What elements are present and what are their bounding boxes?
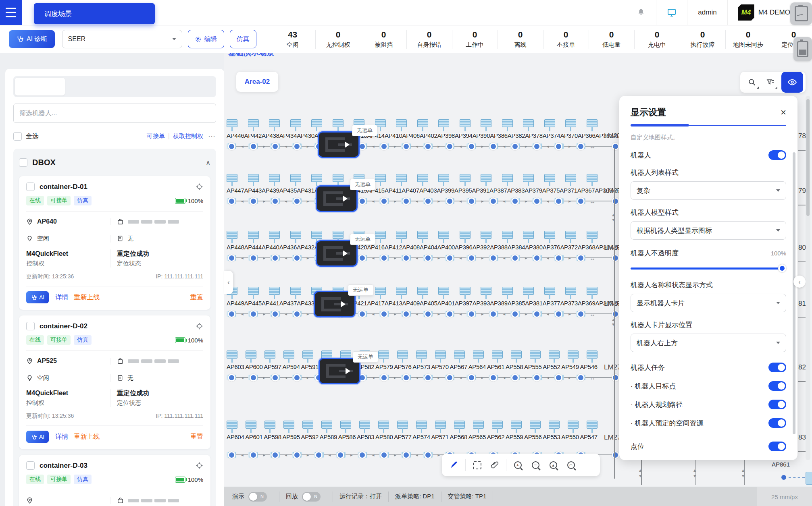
shelf-icon[interactable] xyxy=(587,119,598,127)
shelf-icon[interactable] xyxy=(290,119,301,127)
robot-card[interactable]: container-D-01 在线 可接单 仿真 100% xyxy=(19,176,210,310)
shelf-icon[interactable] xyxy=(523,231,534,239)
map-node[interactable] xyxy=(555,374,562,382)
shelf-icon[interactable] xyxy=(311,174,322,182)
detail-link[interactable]: 详情 xyxy=(55,433,68,441)
shelf-icon[interactable] xyxy=(248,174,259,182)
map-robot[interactable]: 无运单 xyxy=(318,131,360,158)
map-node[interactable] xyxy=(228,451,235,459)
shelf-icon[interactable] xyxy=(378,350,389,359)
map-node[interactable] xyxy=(380,197,388,205)
panel-collapse-handle[interactable]: ‹ xyxy=(793,276,806,288)
map-node[interactable] xyxy=(468,254,475,262)
sidebar-tab[interactable] xyxy=(15,78,65,95)
map-node[interactable] xyxy=(424,197,432,205)
map-node[interactable] xyxy=(533,310,541,318)
shelf-icon[interactable] xyxy=(565,119,576,127)
map-node[interactable] xyxy=(228,143,235,150)
map-node[interactable] xyxy=(511,143,519,150)
shelf-icon[interactable] xyxy=(502,119,513,127)
shelf-icon[interactable] xyxy=(587,350,598,359)
status-counter[interactable]: 0 执行故障 xyxy=(680,30,726,49)
robot-target-toggle[interactable] xyxy=(768,381,786,391)
shelf-icon[interactable] xyxy=(511,350,522,359)
map-node[interactable] xyxy=(402,451,410,459)
shelf-icon[interactable] xyxy=(417,119,428,127)
shelf-icon[interactable] xyxy=(549,421,560,429)
sidebar-tab[interactable] xyxy=(164,78,214,95)
lm-node[interactable] xyxy=(612,374,619,382)
shelf-icon[interactable] xyxy=(321,350,332,359)
map-node[interactable] xyxy=(533,374,541,382)
map-node[interactable] xyxy=(533,254,541,262)
shelf-icon[interactable] xyxy=(227,231,237,239)
notification-button[interactable] xyxy=(626,0,656,25)
shelf-icon[interactable] xyxy=(435,350,446,359)
shelf-icon[interactable] xyxy=(290,174,301,182)
shelf-icon[interactable] xyxy=(454,350,465,359)
shelf-icon[interactable] xyxy=(269,287,280,295)
lm-node[interactable] xyxy=(612,197,619,205)
map-node[interactable] xyxy=(468,310,475,318)
map-node[interactable] xyxy=(489,374,497,382)
map-node[interactable] xyxy=(228,310,235,318)
map-search-button[interactable] xyxy=(743,73,761,91)
shelf-icon[interactable] xyxy=(460,287,471,295)
status-counter[interactable]: 0 不接单 xyxy=(543,30,589,49)
shelf-icon[interactable] xyxy=(311,119,322,127)
shelf-icon[interactable] xyxy=(460,119,471,127)
robot-checkbox[interactable] xyxy=(26,322,35,330)
map-node[interactable] xyxy=(468,374,475,382)
demo-toggle[interactable]: N xyxy=(248,492,267,502)
shelf-icon[interactable] xyxy=(454,421,465,429)
locate-icon[interactable] xyxy=(196,183,203,191)
shelf-icon[interactable] xyxy=(359,421,370,429)
ai-button[interactable]: AI xyxy=(26,291,49,303)
map-node[interactable] xyxy=(402,374,410,382)
map-node[interactable] xyxy=(424,310,432,318)
map-node[interactable] xyxy=(271,451,279,459)
shelf-icon[interactable] xyxy=(264,421,275,429)
map-node[interactable] xyxy=(555,254,562,262)
shelf-icon[interactable] xyxy=(481,287,491,295)
shelf-icon[interactable] xyxy=(417,174,428,182)
shelf-icon[interactable] xyxy=(544,287,555,295)
shelf-icon[interactable] xyxy=(460,231,471,239)
map-node[interactable] xyxy=(402,310,410,318)
scene-tab[interactable]: 调度场景 xyxy=(34,3,155,24)
user-name[interactable]: admin xyxy=(698,8,716,17)
map-node[interactable] xyxy=(337,451,344,459)
robot-filter-input[interactable] xyxy=(13,104,216,123)
map-node[interactable] xyxy=(468,197,475,205)
shelf-icon[interactable] xyxy=(340,421,351,429)
shelf-icon[interactable] xyxy=(511,421,522,429)
more-button[interactable]: ⋯ xyxy=(208,132,216,141)
map-node[interactable] xyxy=(533,197,541,205)
area-chip[interactable]: Area-02 xyxy=(236,72,278,92)
shelf-icon[interactable] xyxy=(269,119,280,127)
reonline-link[interactable]: 重新上线 xyxy=(74,293,100,302)
reset-link[interactable]: 重置 xyxy=(190,433,203,441)
map-node[interactable] xyxy=(533,143,541,150)
shelf-icon[interactable] xyxy=(438,231,449,239)
map-node[interactable] xyxy=(380,310,388,318)
sidebar-collapse-handle[interactable]: ‹ xyxy=(224,271,233,294)
shelf-icon[interactable] xyxy=(438,174,449,182)
opacity-slider[interactable] xyxy=(631,264,786,272)
locate-icon[interactable] xyxy=(196,462,203,469)
map-node[interactable] xyxy=(293,374,301,382)
shelf-icon[interactable] xyxy=(492,350,503,359)
shelf-icon[interactable] xyxy=(227,119,237,127)
shelf-icon[interactable] xyxy=(396,119,407,127)
point-toggle[interactable] xyxy=(768,442,786,451)
map-filter-button[interactable] xyxy=(761,73,780,91)
map-node[interactable] xyxy=(446,143,454,150)
map-node[interactable] xyxy=(358,310,366,318)
status-counter[interactable]: 0 工作中 xyxy=(452,30,498,49)
shelf-icon[interactable] xyxy=(523,287,534,295)
shelf-icon[interactable] xyxy=(375,231,386,239)
map-node[interactable] xyxy=(424,451,432,459)
shelf-icon[interactable] xyxy=(438,119,449,127)
shelf-icon[interactable] xyxy=(397,350,408,359)
reset-link[interactable]: 重置 xyxy=(190,293,203,302)
